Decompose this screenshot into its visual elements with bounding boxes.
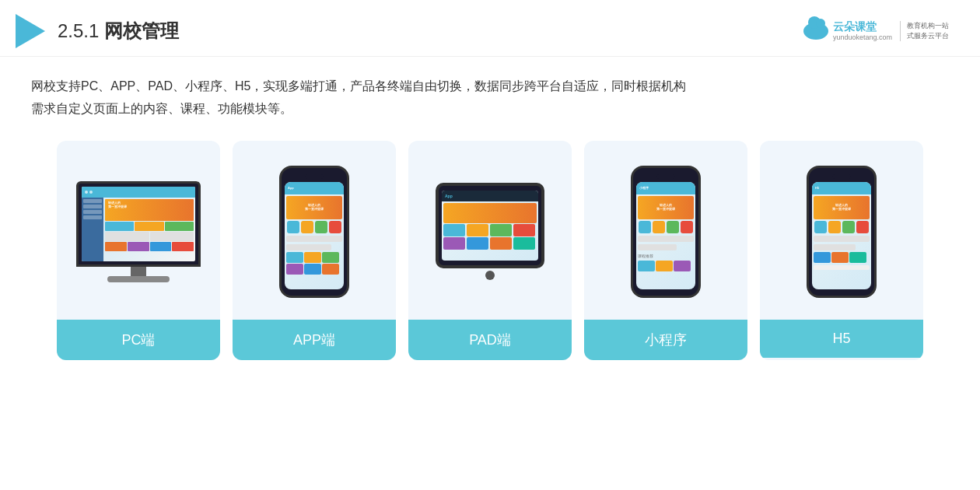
h5-phone-banner: 轻进人的第一堂冲提课 (814, 196, 870, 219)
pad-image-area: App (408, 141, 572, 320)
pc-card-label: PC端 (57, 320, 220, 360)
h5-image-area: H5 轻进人的第一堂冲提课 (760, 141, 923, 320)
miniapp-phone-header: 小程序 (636, 182, 695, 194)
miniapp-phone-screen: 小程序 轻进人的第一堂冲提课 (636, 182, 695, 289)
pc-stand-base (107, 276, 170, 282)
logo-triangle-icon (16, 14, 45, 48)
header-left: 2.5.1 网校管理 (16, 14, 179, 48)
h5-notch (832, 174, 851, 179)
h5-card: H5 轻进人的第一堂冲提课 (760, 141, 923, 360)
pad-header: App (442, 191, 538, 201)
h5-phone-header: H5 (812, 182, 871, 194)
app-phone-body: App 轻进人的第一堂冲提课 (279, 166, 349, 298)
description-block: 网校支持PC、APP、PAD、小程序、H5，实现多端打通，产品各终端自由切换，数… (0, 57, 980, 133)
pad-home-button (485, 271, 495, 280)
pc-screen: 轻进人的第一堂冲提课 (82, 187, 195, 261)
header-right: 云朵课堂 yunduoketang.com 教育机构一站 式服务云平台 (803, 20, 949, 42)
page-title-prefix: 2.5.1 (58, 20, 104, 41)
pad-card: App (408, 141, 572, 360)
brand-logo: 云朵课堂 yunduoketang.com 教育机构一站 式服务云平台 (803, 20, 949, 42)
pc-device-illustration: 轻进人的第一堂冲提课 (76, 181, 201, 282)
h5-phone-screen: H5 轻进人的第一堂冲提课 (812, 182, 871, 289)
h5-phone-illustration: H5 轻进人的第一堂冲提课 (807, 166, 877, 298)
h5-phone-content: 轻进人的第一堂冲提课 (812, 194, 871, 289)
app-phone-illustration: App 轻进人的第一堂冲提课 (279, 166, 349, 298)
phone-notch (305, 174, 324, 179)
device-cards-container: 轻进人的第一堂冲提课 (0, 133, 980, 376)
app-image-area: App 轻进人的第一堂冲提课 (233, 141, 396, 320)
brand-tagline1: 教育机构一站 (907, 21, 949, 31)
brand-domain: yunduoketang.com (833, 33, 892, 42)
pc-image-area: 轻进人的第一堂冲提课 (57, 141, 220, 320)
pc-screen-body: 轻进人的第一堂冲提课 (82, 198, 195, 261)
pc-banner: 轻进人的第一堂冲提课 (105, 199, 194, 221)
miniapp-phone-body: 小程序 轻进人的第一堂冲提课 (631, 166, 701, 298)
pc-sidebar (82, 198, 103, 261)
miniapp-card: 小程序 轻进人的第一堂冲提课 (584, 141, 747, 360)
description-line2: 需求自定义页面上的内容、课程、功能模块等。 (31, 98, 949, 121)
miniapp-phone-illustration: 小程序 轻进人的第一堂冲提课 (631, 166, 701, 298)
app-phone-content: 轻进人的第一堂冲提课 (285, 194, 344, 289)
miniapp-phone-content: 轻进人的第一堂冲提课 课程推荐 (636, 194, 695, 289)
pad-screen: App (442, 191, 538, 261)
page-title: 2.5.1 网校管理 (58, 19, 179, 44)
pc-stand-neck (131, 267, 146, 276)
pad-content (442, 201, 538, 261)
pc-screen-top (82, 187, 195, 198)
brand-name: 云朵课堂 (833, 20, 892, 33)
pc-main: 轻进人的第一堂冲提课 (103, 198, 195, 261)
page-header: 2.5.1 网校管理 云朵课堂 yunduoketang.com 教育机构一站 … (0, 0, 980, 57)
app-card: App 轻进人的第一堂冲提课 (233, 141, 396, 360)
app-phone-screen: App 轻进人的第一堂冲提课 (285, 182, 344, 289)
pad-body: App (436, 183, 544, 268)
app-phone-banner: 轻进人的第一堂冲提课 (286, 196, 342, 219)
brand-tagline: 教育机构一站 式服务云平台 (900, 21, 949, 41)
brand-tagline2: 式服务云平台 (907, 31, 949, 41)
pad-device-illustration: App (436, 183, 544, 280)
description-line1: 网校支持PC、APP、PAD、小程序、H5，实现多端打通，产品各终端自由切换，数… (31, 75, 949, 98)
pad-card-label: PAD端 (408, 320, 572, 360)
pc-monitor: 轻进人的第一堂冲提课 (76, 181, 201, 267)
h5-card-label: H5 (760, 320, 923, 358)
pad-grid (443, 224, 537, 236)
cloud-icon (803, 23, 828, 40)
miniapp-phone-banner: 轻进人的第一堂冲提课 (638, 196, 694, 219)
pad-banner (443, 203, 537, 223)
h5-phone-body: H5 轻进人的第一堂冲提课 (807, 166, 877, 298)
app-card-label: APP端 (233, 320, 396, 360)
app-phone-header: App (285, 182, 344, 194)
miniapp-image-area: 小程序 轻进人的第一堂冲提课 (584, 141, 747, 320)
page-title-bold: 网校管理 (104, 20, 179, 41)
miniapp-notch (656, 174, 675, 179)
brand-text: 云朵课堂 yunduoketang.com (833, 20, 892, 42)
miniapp-card-label: 小程序 (584, 320, 747, 360)
pc-card: 轻进人的第一堂冲提课 (57, 141, 220, 360)
